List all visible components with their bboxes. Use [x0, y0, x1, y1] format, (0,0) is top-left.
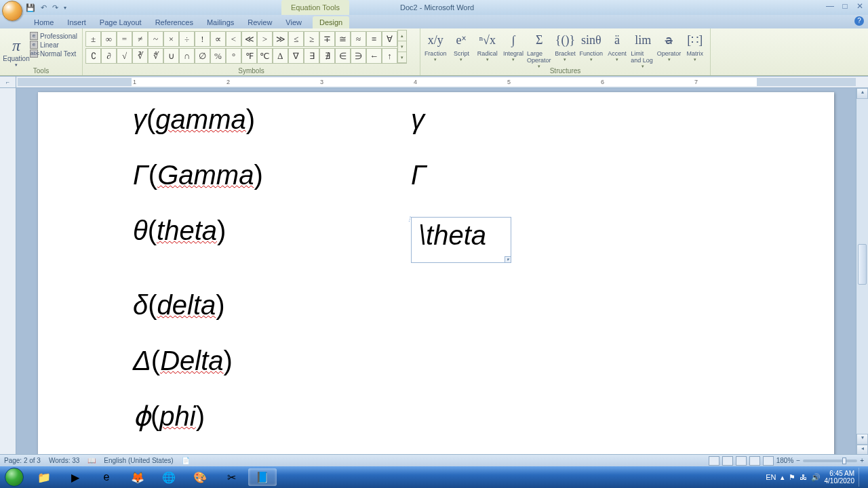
- close-button[interactable]: ✕: [854, 1, 865, 11]
- equation-options-dropdown[interactable]: ▾: [505, 256, 511, 263]
- tab-mailings[interactable]: Mailings: [200, 16, 241, 28]
- symbol-button[interactable]: ∛: [132, 48, 148, 64]
- help-icon[interactable]: ?: [854, 16, 864, 26]
- tab-design[interactable]: Design: [313, 16, 349, 28]
- scroll-more-icon[interactable]: ▾: [398, 52, 406, 63]
- symbol-button[interactable]: >: [257, 31, 273, 47]
- network-icon[interactable]: 🖧: [800, 473, 807, 481]
- symbol-button[interactable]: ÷: [179, 31, 195, 47]
- tab-insert[interactable]: Insert: [60, 16, 93, 28]
- symbol-button[interactable]: ×: [163, 31, 179, 47]
- horizontal-ruler[interactable]: 1234567: [18, 78, 856, 86]
- symbol-button[interactable]: %: [210, 48, 226, 64]
- symbol-button[interactable]: ∃: [304, 48, 319, 64]
- symbol-button[interactable]: ≠: [132, 31, 148, 47]
- scroll-down-button[interactable]: ▾: [856, 434, 868, 445]
- paint-task[interactable]: 🎨: [186, 468, 214, 486]
- symbol-button[interactable]: ∩: [179, 48, 195, 64]
- symbol-button[interactable]: ≫: [273, 31, 288, 47]
- symbol-button[interactable]: =: [117, 31, 132, 47]
- symbol-button[interactable]: ≥: [304, 31, 319, 47]
- outline-view[interactable]: [749, 456, 760, 466]
- symbol-button[interactable]: ∆: [273, 48, 288, 64]
- symbol-button[interactable]: ↑: [382, 48, 397, 64]
- symbol-button[interactable]: ≡: [366, 31, 382, 47]
- symbol-button[interactable]: ≈: [351, 31, 366, 47]
- show-desktop-button[interactable]: [859, 468, 864, 487]
- symbols-scroll[interactable]: ▴ ▾ ▾: [397, 30, 407, 64]
- page[interactable]: γ(gamma)γΓ(Gamma)Γθ(theta)⋮\theta▾δ(delt…: [38, 92, 834, 466]
- clock[interactable]: 6:45 AM 4/10/2020: [825, 470, 855, 485]
- symbol-button[interactable]: °: [226, 48, 241, 64]
- vertical-ruler[interactable]: [0, 88, 16, 466]
- lang-indicator[interactable]: EN: [766, 473, 776, 481]
- tools-opt-linear[interactable]: eLinear: [30, 41, 77, 49]
- tab-references[interactable]: References: [149, 16, 200, 28]
- tab-page-layout[interactable]: Page Layout: [93, 16, 149, 28]
- tools-opt-professional[interactable]: eProfessional: [30, 32, 77, 40]
- vertical-scrollbar[interactable]: ▴ ▾ ◂ ▸: [856, 88, 868, 466]
- symbol-button[interactable]: ∜: [148, 48, 163, 64]
- print-layout-view[interactable]: [709, 456, 719, 466]
- minimize-button[interactable]: —: [825, 1, 835, 11]
- redo-icon[interactable]: ↷: [52, 3, 58, 12]
- symbol-button[interactable]: ~: [148, 31, 163, 47]
- page-indicator[interactable]: Page: 2 of 3: [4, 457, 41, 464]
- symbol-button[interactable]: ∂: [101, 48, 117, 64]
- full-screen-view[interactable]: [722, 456, 733, 466]
- symbol-button[interactable]: ∞: [101, 31, 117, 47]
- web-layout-view[interactable]: [736, 456, 747, 466]
- office-button[interactable]: [2, 1, 22, 21]
- symbol-button[interactable]: !: [195, 31, 210, 47]
- explorer-task[interactable]: 📁: [30, 468, 58, 486]
- maximize-button[interactable]: □: [840, 1, 850, 11]
- zoom-out-button[interactable]: −: [796, 457, 800, 464]
- symbol-button[interactable]: ≤: [288, 31, 304, 47]
- equation-handle-icon[interactable]: ⋮: [406, 216, 412, 222]
- symbol-button[interactable]: ∋: [351, 48, 366, 64]
- scroll-down-icon[interactable]: ▾: [398, 41, 406, 52]
- start-button[interactable]: [0, 466, 28, 488]
- symbol-button[interactable]: ℃: [257, 48, 273, 64]
- symbol-button[interactable]: ∅: [195, 48, 210, 64]
- symbol-button[interactable]: ≪: [241, 31, 257, 47]
- tab-review[interactable]: Review: [241, 16, 279, 28]
- volume-icon[interactable]: 🔊: [811, 473, 821, 482]
- wmp-task[interactable]: ▶: [61, 468, 90, 486]
- tab-view[interactable]: View: [279, 16, 309, 28]
- word-count[interactable]: Words: 33: [49, 457, 79, 464]
- flag-icon[interactable]: ⚑: [789, 473, 795, 482]
- zoom-level[interactable]: 180%: [776, 457, 794, 464]
- symbol-button[interactable]: ∓: [319, 31, 335, 47]
- draft-view[interactable]: [763, 456, 774, 466]
- symbol-button[interactable]: ℉: [241, 48, 257, 64]
- language-indicator[interactable]: English (United States): [104, 457, 173, 464]
- chrome-task[interactable]: 🌐: [155, 468, 183, 486]
- scroll-up-button[interactable]: ▴: [856, 88, 868, 99]
- save-icon[interactable]: 💾: [26, 3, 35, 12]
- symbol-button[interactable]: ∪: [163, 48, 179, 64]
- symbol-button[interactable]: ∝: [210, 31, 226, 47]
- symbol-button[interactable]: ∀: [382, 31, 397, 47]
- scroll-up-icon[interactable]: ▴: [398, 30, 406, 41]
- equation-editor-box[interactable]: ⋮\theta▾: [411, 217, 511, 263]
- symbol-button[interactable]: ∁: [85, 48, 101, 64]
- ie-task[interactable]: е: [92, 468, 121, 486]
- symbol-button[interactable]: ∄: [319, 48, 335, 64]
- symbol-button[interactable]: √: [117, 48, 132, 64]
- firefox-task[interactable]: 🦊: [123, 468, 152, 486]
- undo-icon[interactable]: ↶: [41, 3, 47, 12]
- symbol-button[interactable]: ∇: [288, 48, 304, 64]
- word-task[interactable]: 📘: [248, 468, 277, 486]
- tab-home[interactable]: Home: [27, 16, 60, 28]
- zoom-in-button[interactable]: +: [860, 457, 864, 464]
- symbol-button[interactable]: <: [226, 31, 241, 47]
- symbol-button[interactable]: ←: [366, 48, 382, 64]
- insert-mode-icon[interactable]: 📄: [182, 457, 190, 464]
- symbol-button[interactable]: ≅: [335, 31, 351, 47]
- proofing-icon[interactable]: 📖: [87, 457, 96, 464]
- snip-task[interactable]: ✂: [217, 468, 245, 486]
- tab-selector[interactable]: ⌐: [0, 77, 16, 87]
- zoom-slider[interactable]: [803, 460, 857, 462]
- qat-dropdown-icon[interactable]: ▾: [64, 5, 66, 11]
